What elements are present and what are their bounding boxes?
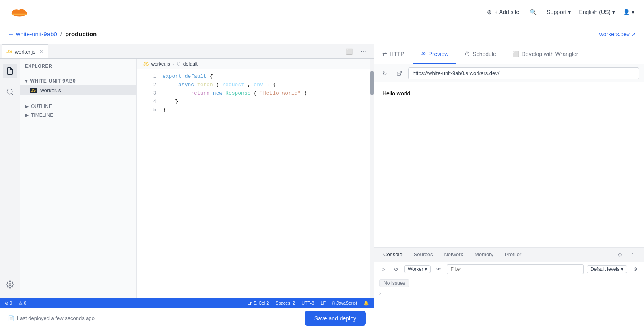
chevron-down-icon: ▾: [25, 78, 28, 84]
devtools-tab-network[interactable]: Network: [438, 248, 469, 262]
breadcrumb-bar: ← white-unit-9ab0 / production workers.d…: [0, 24, 644, 44]
preview-panel: ⇄ HTTP 👁 Preview ⏱ Schedule ⬜ Develop wi…: [374, 44, 644, 328]
nav-left: [10, 6, 29, 19]
breadcrumb-arrow: ›: [173, 61, 174, 67]
editor-tab-actions: ⬜ ⋯: [340, 46, 372, 57]
devtools-tab-sources[interactable]: Sources: [408, 248, 439, 262]
devtools-toolbar: ▷ ⊘ Worker ▾ 👁 Default levels ▾ ⚙: [374, 262, 644, 276]
wrangler-icon: ⬜: [512, 51, 519, 57]
user-menu-button[interactable]: 👤 ▾: [623, 9, 634, 15]
devtools-tabs-right: ⚙ ⋮: [615, 250, 641, 260]
svg-line-6: [11, 93, 13, 95]
top-nav: ⊕ + Add site 🔍 Support ▾ English (US) ▾ …: [0, 0, 644, 24]
file-sidebar-title: EXPLORER: [25, 64, 52, 69]
chevron-down-icon: ▾: [568, 9, 571, 15]
support-button[interactable]: Support ▾: [547, 9, 571, 15]
breadcrumb-current: production: [65, 31, 97, 37]
save-deploy-button[interactable]: Save and deploy: [305, 311, 366, 326]
editor-panel: JS worker.js ✕ ⬜ ⋯: [0, 44, 374, 328]
sidebar-icons: [0, 59, 20, 298]
deploy-status: 📄 Last deployed a few seconds ago: [8, 315, 95, 321]
split-editor-button[interactable]: ⬜: [343, 46, 355, 57]
settings-icon-button[interactable]: [3, 277, 17, 292]
levels-selector[interactable]: Default levels ▾: [587, 265, 627, 273]
timeline-toggle[interactable]: ▶ TIMELINE: [20, 111, 136, 120]
preview-tabs-row: ⇄ HTTP 👁 Preview ⏱ Schedule ⬜ Develop wi…: [374, 44, 644, 64]
editor-tabs: JS worker.js ✕: [2, 44, 48, 58]
worker-selector[interactable]: Worker ▾: [404, 265, 431, 273]
status-bell: 🔔: [363, 301, 369, 306]
outline-toggle[interactable]: ▶ OUTLINE: [20, 102, 136, 111]
line-number: 4: [143, 98, 156, 106]
editor-body: EXPLORER ⋯ ▾ WHITE-UNIT-9AB0 JS worker.j…: [0, 59, 374, 298]
code-content[interactable]: 1 export default { 2 asy: [137, 69, 374, 298]
breadcrumb-separator: /: [60, 31, 62, 37]
devtools-tab-memory[interactable]: Memory: [469, 248, 499, 262]
files-icon: [6, 67, 14, 75]
tab-preview[interactable]: 👁 Preview: [413, 44, 457, 64]
devtools-content: No Issues ›: [374, 276, 644, 328]
tab-schedule[interactable]: ⏱ Schedule: [456, 44, 504, 64]
close-tab-button[interactable]: ✕: [39, 49, 43, 54]
code-editor[interactable]: JS worker.js › ⬡ default 1 export defaul…: [137, 59, 374, 298]
language-button[interactable]: English (US) ▾: [579, 9, 615, 15]
file-tree-folder[interactable]: ▾ WHITE-UNIT-9AB0: [20, 77, 136, 85]
tab-http[interactable]: ⇄ HTTP: [374, 44, 413, 64]
code-text: return new Response ( "Hello world" ): [163, 89, 367, 98]
add-site-button[interactable]: ⊕ + Add site: [487, 9, 519, 15]
file-sidebar-more[interactable]: ⋯: [120, 60, 132, 72]
file-tree-item-worker[interactable]: JS worker.js: [20, 85, 136, 95]
code-line-3: 3 return new Response ( "Hello world" ): [137, 89, 374, 98]
file-sidebar-header: EXPLORER ⋯: [20, 59, 136, 73]
workers-dev-link[interactable]: workers.dev ↗: [599, 31, 636, 37]
devtools-settings2-button[interactable]: ⚙: [630, 264, 640, 274]
code-text: async fetch ( request , env ) {: [163, 81, 367, 89]
more-actions-button[interactable]: ⋯: [358, 46, 369, 57]
code-text: export default {: [163, 73, 367, 81]
search-icon-button[interactable]: [3, 85, 17, 99]
code-line-1: 1 export default {: [137, 73, 374, 81]
no-issues-badge: No Issues: [379, 279, 409, 287]
devtools-eye-button[interactable]: 👁: [434, 264, 444, 274]
devtools-tabs-left: Console Sources Network Memory Profiler: [378, 248, 527, 262]
line-number: 1: [143, 73, 156, 81]
scroll-indicator: [370, 59, 374, 298]
status-line-ending: LF: [320, 301, 326, 305]
devtools-tab-console[interactable]: Console: [378, 248, 408, 262]
user-icon: 👤: [623, 9, 630, 15]
file-sidebar: EXPLORER ⋯ ▾ WHITE-UNIT-9AB0 JS worker.j…: [20, 59, 137, 298]
svg-rect-4: [12, 13, 27, 15]
filter-input[interactable]: [447, 264, 584, 274]
editor-tabs-row: JS worker.js ✕ ⬜ ⋯: [0, 44, 374, 59]
files-icon-button[interactable]: [3, 64, 17, 78]
status-bar: ⊗ 0 ⚠ 0 Ln 5, Col 2 Spaces: 2 UTF-8 LF: [0, 298, 374, 308]
code-text: }: [163, 106, 367, 114]
refresh-button[interactable]: ↻: [379, 68, 390, 79]
url-bar[interactable]: [408, 67, 639, 79]
devtools-more-button[interactable]: ⋮: [628, 250, 638, 260]
scroll-thumb[interactable]: [370, 71, 374, 95]
breadcrumb-back-link[interactable]: ← white-unit-9ab0: [8, 31, 57, 37]
devtools-clear-button[interactable]: ⊘: [391, 264, 401, 274]
code-line-5: 5 }: [137, 106, 374, 114]
chevron-down-icon: ▾: [425, 266, 427, 272]
console-prompt: ›: [379, 291, 639, 296]
worker-js-tab[interactable]: JS worker.js ✕: [2, 44, 48, 58]
devtools-settings-button[interactable]: ⚙: [615, 250, 625, 260]
status-warnings: ⚠ 0: [19, 301, 26, 306]
svg-line-8: [399, 71, 401, 73]
bottom-bar: 📄 Last deployed a few seconds ago Save a…: [0, 308, 374, 328]
external-link-icon: [396, 71, 402, 76]
file-icon: 📄: [8, 315, 14, 321]
open-external-button[interactable]: [394, 68, 405, 79]
status-spaces: Spaces: 2: [275, 301, 295, 305]
cloudflare-logo[interactable]: [10, 6, 29, 19]
devtools-inspect-button[interactable]: ▷: [378, 264, 388, 274]
code-text: }: [163, 98, 367, 106]
plus-icon: ⊕: [487, 9, 492, 15]
devtools-tab-profiler[interactable]: Profiler: [499, 248, 527, 262]
chevron-down-icon: ▾: [632, 9, 634, 15]
tab-wrangler[interactable]: ⬜ Develop with Wrangler: [504, 44, 586, 64]
search-button[interactable]: 🔍: [527, 6, 539, 18]
devtools: Console Sources Network Memory Profiler: [374, 247, 644, 328]
